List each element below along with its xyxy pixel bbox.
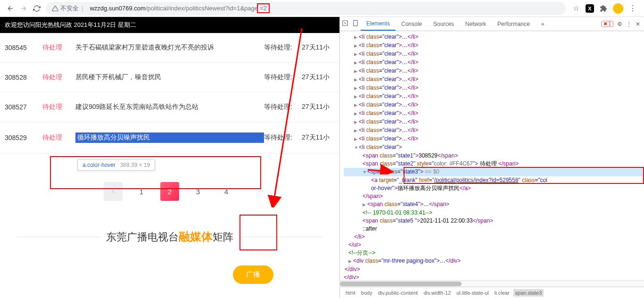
footer-title: 东莞广播电视台融媒体矩阵 xyxy=(99,229,240,244)
complaint-list: 308545 待处理 关于石碣镇梁家村万里碧道夜晚灯光不亮的投诉 等待处理: 2… xyxy=(0,33,339,154)
error-count-badge[interactable]: ✖1 xyxy=(601,21,613,27)
extensions-icon[interactable] xyxy=(599,4,608,13)
menu-icon[interactable]: ⋮ xyxy=(628,4,637,13)
close-icon[interactable]: ✕ xyxy=(636,21,640,27)
dom-tree[interactable]: <li class="clear">…</li><li class="clear… xyxy=(340,31,644,280)
breadcrumb-item[interactable]: div.public-content xyxy=(376,289,420,297)
tab-console[interactable]: Console xyxy=(396,17,428,31)
profile-avatar-icon[interactable] xyxy=(613,3,623,14)
footer: 东莞广播电视台融媒体矩阵 xyxy=(0,229,339,244)
row-wait: 等待处理: xyxy=(264,43,302,52)
extension-x-icon[interactable]: X xyxy=(586,4,594,13)
forward-button[interactable] xyxy=(17,2,30,15)
row-status: 待处理 xyxy=(42,43,75,52)
page-prev[interactable] xyxy=(104,182,123,201)
devtools-tabs: Elements Console Sources Network Perform… xyxy=(340,17,644,31)
settings-icon[interactable]: ⚙ xyxy=(617,21,622,27)
row-status: 待处理 xyxy=(42,133,75,142)
table-row: 308529 待处理 循环播放高分贝噪声扰民 等待处理: 27天11小 xyxy=(0,122,339,154)
tab-sources[interactable]: Sources xyxy=(428,17,460,31)
page-1[interactable]: 1 xyxy=(132,182,151,201)
row-id: 308545 xyxy=(5,44,42,51)
row-time: 27天11小 xyxy=(302,43,335,52)
row-time: 27天11小 xyxy=(302,103,335,111)
page-4[interactable]: 4 xyxy=(217,182,236,201)
row-status: 待处理 xyxy=(42,103,75,111)
breadcrumb-item[interactable]: html xyxy=(344,289,357,297)
radio-button[interactable]: 广播 xyxy=(233,265,273,284)
welcome-bar: 欢迎您访问阳光热线问政 2021年11月2日 星期二 xyxy=(0,17,339,33)
page-2[interactable]: 2 xyxy=(160,182,179,201)
more-icon[interactable]: ⋮ xyxy=(626,21,632,27)
star-icon[interactable]: ☆ xyxy=(571,4,581,13)
row-id: 308528 xyxy=(5,74,42,81)
devtools-panel: Elements Console Sources Network Perform… xyxy=(339,17,644,298)
breadcrumb-item[interactable]: li.clear xyxy=(493,289,512,297)
reload-button[interactable] xyxy=(30,2,43,15)
tooltip-dimensions: 389.39 × 19 xyxy=(120,162,150,168)
tooltip-selector: a.color-hover xyxy=(83,162,116,168)
table-row: 308528 待处理 居民楼下开机械厂，噪音扰民 等待处理: 27天11小 xyxy=(0,63,339,92)
row-wait: 等待处理: xyxy=(264,133,302,142)
tab-elements[interactable]: Elements xyxy=(361,17,396,31)
row-id: 308527 xyxy=(5,103,42,111)
tab-more-icon[interactable]: » xyxy=(536,17,550,31)
row-title-link[interactable]: 居民楼下开机械厂，噪音扰民 xyxy=(75,73,264,82)
horizontal-scrollbar[interactable] xyxy=(340,280,644,287)
breadcrumb-item[interactable]: div.width-12 xyxy=(421,289,453,297)
inspector-tooltip: a.color-hover 389.39 × 19 xyxy=(77,159,155,171)
address-bar[interactable]: 不安全 | wzzdg.sun0769.com/political/index/… xyxy=(46,2,566,15)
row-time: 27天11小 xyxy=(302,73,335,82)
dom-breadcrumb: htmlbodydiv.public-contentdiv.width-12ul… xyxy=(340,287,644,298)
url-text: wzzdg.sun0769.com/political/index/politi… xyxy=(90,5,269,12)
tab-network[interactable]: Network xyxy=(460,17,492,31)
breadcrumb-item[interactable]: span.state3 xyxy=(513,289,544,297)
row-title-link[interactable]: 建议909路延长至东莞南站高铁站作为总站 xyxy=(75,103,264,111)
table-row: 308545 待处理 关于石碣镇梁家村万里碧道夜晚灯光不亮的投诉 等待处理: 2… xyxy=(0,33,339,63)
url-page-param-highlight: =2 xyxy=(257,3,270,13)
row-wait: 等待处理: xyxy=(264,103,302,111)
security-indicator: 不安全 | xyxy=(52,4,86,13)
breadcrumb-item[interactable]: ul.title-state-ul xyxy=(454,289,490,297)
row-title-link[interactable]: 循环播放高分贝噪声扰民 xyxy=(75,132,264,143)
inspect-icon[interactable] xyxy=(340,20,350,28)
back-button[interactable] xyxy=(4,2,17,15)
pagination: 1 2 3 4 xyxy=(0,182,339,201)
tab-performance[interactable]: Performance xyxy=(492,17,536,31)
row-wait: 等待处理: xyxy=(264,73,302,82)
table-row: 308527 待处理 建议909路延长至东莞南站高铁站作为总站 等待处理: 27… xyxy=(0,92,339,122)
breadcrumb-item[interactable]: body xyxy=(359,289,374,297)
row-status: 待处理 xyxy=(42,73,75,82)
page-content: 欢迎您访问阳光热线问政 2021年11月2日 星期二 308545 待处理 关于… xyxy=(0,17,339,298)
device-toggle-icon[interactable] xyxy=(350,20,361,28)
svg-rect-2 xyxy=(354,20,357,26)
page-3[interactable]: 3 xyxy=(189,182,207,201)
browser-toolbar: 不安全 | wzzdg.sun0769.com/political/index/… xyxy=(0,0,644,17)
extension-area: ☆ X ⋮ xyxy=(569,3,640,14)
row-title-link[interactable]: 关于石碣镇梁家村万里碧道夜晚灯光不亮的投诉 xyxy=(75,43,264,52)
row-time: 27天11小 xyxy=(302,133,335,142)
row-id: 308529 xyxy=(5,134,42,141)
security-label: 不安全 xyxy=(60,4,79,13)
